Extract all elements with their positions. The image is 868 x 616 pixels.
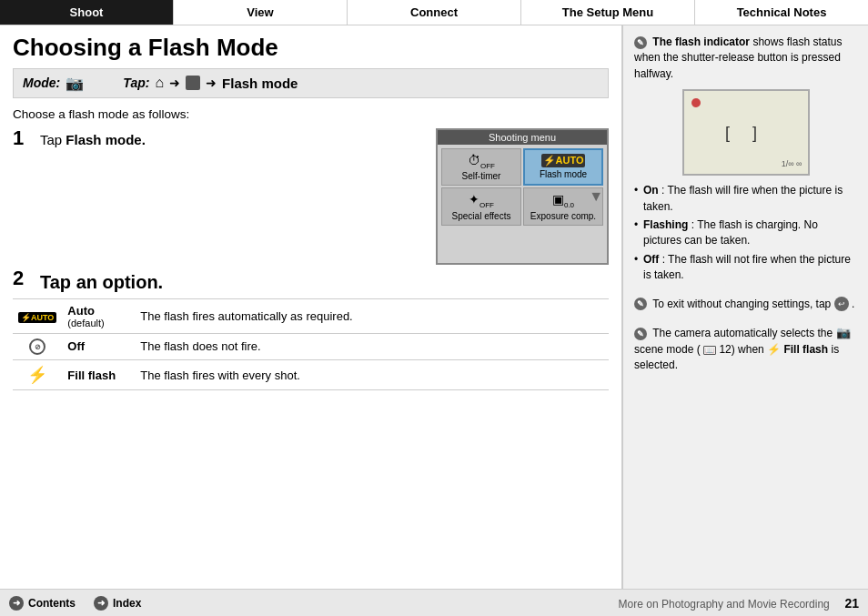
bottom-bar: ➜ Contents ➜ Index More on Photography a…	[0, 589, 868, 616]
list-item: Off : The flash will not fire when the p…	[634, 252, 857, 284]
page-number: 21	[844, 596, 859, 611]
step1-text: 1 Tap Flash mode.	[13, 128, 436, 154]
step1-desc: Tap Flash mode.	[40, 128, 146, 147]
contents-arrow-icon: ➜	[9, 596, 24, 611]
options-table: ⚡AUTO Auto (default) The flash fires aut…	[13, 298, 609, 391]
step2-number: 2	[13, 268, 31, 288]
exposure-icon: ▣0.0	[552, 192, 574, 209]
bullet-text-on: : The flash will fire when the picture i…	[643, 184, 843, 212]
note-scene-mode: ✎ The camera automatically selects the 📷…	[634, 325, 857, 374]
list-item: On : The flash will fire when the pictur…	[634, 183, 857, 215]
main-content: Choosing a Flash Mode Mode: 📷 Tap: ⌂ ➜ ➜…	[0, 25, 868, 589]
tap-label: Tap:	[123, 76, 149, 90]
scene-mode-icon: 📷	[836, 326, 851, 339]
nav-tab-view[interactable]: View	[174, 0, 348, 25]
step-2: 2 Tap an option.	[13, 268, 609, 293]
step2-desc: Tap an option.	[40, 268, 163, 293]
auto-desc-cell: The flash fires automatically as require…	[135, 298, 609, 333]
camera-menu-grid: ⏱OFF Self-timer ⚡AUTO Flash mode ✦OFF Sp…	[438, 145, 607, 230]
note3-text1: The camera automatically selects the	[652, 327, 835, 339]
mode-label: Mode:	[23, 76, 60, 90]
contents-link[interactable]: ➜ Contents	[9, 596, 76, 611]
fill-desc-cell: The flash fires with every shot.	[135, 360, 609, 390]
fill-name-cell: Fill flash	[62, 360, 135, 390]
off-desc-cell: The flash does not fire.	[135, 333, 609, 360]
camera-menu-flash-mode[interactable]: ⚡AUTO Flash mode	[523, 148, 603, 187]
special-effects-icon: ✦OFF	[469, 192, 494, 209]
table-row: ⊘ Off The flash does not fire.	[13, 333, 609, 360]
note2-text: To exit without changing settings, tap	[652, 298, 833, 310]
note-icon-3: ✎	[634, 328, 647, 340]
index-arrow-icon: ➜	[94, 596, 108, 611]
bullet-bold-on: On	[643, 184, 659, 197]
list-item: Flashing : The flash is charging. No pic…	[634, 217, 857, 249]
off-circle-icon: ⊘	[29, 338, 45, 355]
self-timer-icon: ⏱OFF	[468, 153, 495, 170]
exit-icon: ↩	[834, 297, 849, 311]
nav-tab-shoot[interactable]: Shoot	[0, 0, 174, 25]
book-icon: 📖	[703, 346, 716, 355]
table-row: ⚡ Fill flash The flash fires with every …	[13, 360, 609, 390]
bullet-text-off: : The flash will not fire when the pictu…	[643, 253, 851, 281]
viewfinder-info: 1/∞ ∞	[782, 158, 802, 170]
viewfinder-bracket: [ ]	[725, 121, 766, 145]
camera-screen: Shooting menu ⏱OFF Self-timer ⚡AUTO Flas…	[436, 128, 609, 265]
fill-flash-ref-icon: ⚡	[767, 343, 781, 356]
camera-mode-icon: 📷	[66, 75, 84, 92]
note-icon-2: ✎	[634, 298, 647, 310]
nav-tab-technical-notes[interactable]: Technical Notes	[695, 0, 868, 25]
home-icon: ⌂	[155, 75, 164, 91]
camera-menu-self-timer: ⏱OFF Self-timer	[441, 148, 521, 187]
note3-scene: scene mode (	[634, 343, 701, 356]
intro-text: Choose a flash mode as follows:	[13, 107, 609, 121]
mode-bar: Mode: 📷 Tap: ⌂ ➜ ➜ Flash mode	[13, 68, 609, 98]
flash-auto-icon: ⚡AUTO	[541, 154, 586, 167]
auto-flash-icon: ⚡AUTO	[18, 312, 56, 323]
footer-right: More on Photography and Movie Recording …	[619, 596, 859, 611]
left-panel: Choosing a Flash Mode Mode: 📷 Tap: ⌂ ➜ ➜…	[0, 25, 622, 589]
step2-section: 2 Tap an option. ⚡AUTO Auto (default) Th…	[13, 268, 609, 391]
camera-screen-title: Shooting menu	[438, 130, 607, 145]
index-link[interactable]: ➜ Index	[94, 596, 141, 611]
menu-icon	[186, 76, 200, 90]
flash-mode-label: Flash mode	[222, 76, 298, 91]
step-1: 1 Tap Flash mode.	[13, 128, 436, 148]
note1-title: The flash indicator	[652, 35, 750, 48]
contents-label: Contents	[28, 597, 76, 610]
camera-menu-special-effects: ✦OFF Special effects	[441, 187, 521, 226]
fill-icon-cell: ⚡	[13, 360, 62, 390]
note-icon-1: ✎	[634, 36, 647, 49]
index-label: Index	[113, 597, 141, 610]
off-name-cell: Off	[62, 333, 135, 360]
nav-tab-connect[interactable]: Connect	[348, 0, 521, 25]
page-title: Choosing a Flash Mode	[13, 35, 609, 61]
fill-flash-icon: ⚡	[27, 366, 47, 384]
auto-icon-cell: ⚡AUTO	[13, 298, 62, 333]
note3-fill: Fill flash	[783, 343, 828, 356]
step1-number: 1	[13, 128, 31, 148]
auto-name-cell: Auto (default)	[62, 298, 135, 333]
note-exit: ✎ To exit without changing settings, tap…	[634, 297, 857, 312]
footer-text: More on Photography and Movie Recording	[619, 598, 830, 611]
right-panel: ✎ The flash indicator shows flash status…	[622, 25, 868, 589]
table-row: ⚡AUTO Auto (default) The flash fires aut…	[13, 298, 609, 333]
arrow-icon-2: ➜	[206, 76, 217, 90]
bullet-bold-off: Off	[643, 253, 659, 266]
viewfinder-box: [ ] 1/∞ ∞	[682, 89, 810, 176]
off-icon-cell: ⊘	[13, 333, 62, 360]
nav-tab-setup-menu[interactable]: The Setup Menu	[521, 0, 695, 25]
bullet-list: On : The flash will fire when the pictur…	[634, 183, 857, 283]
arrow-icon-1: ➜	[169, 76, 180, 90]
top-navigation: Shoot View Connect The Setup Menu Techni…	[0, 0, 868, 25]
note-flash-indicator: ✎ The flash indicator shows flash status…	[634, 35, 857, 284]
scroll-arrow: ▼	[589, 188, 603, 205]
step1-row: 1 Tap Flash mode. Shooting menu ⏱OFF Sel…	[13, 128, 609, 265]
bullet-bold-flashing: Flashing	[643, 218, 688, 231]
viewfinder-dot	[691, 98, 701, 107]
